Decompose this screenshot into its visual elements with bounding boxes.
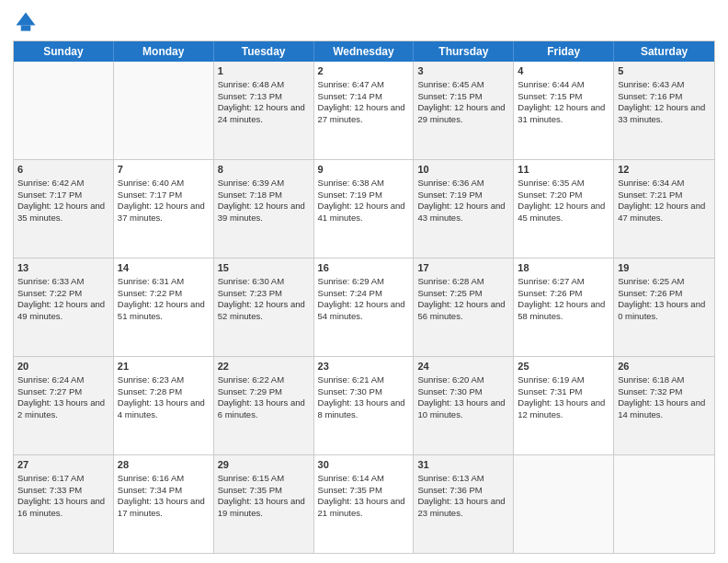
- cal-cell: 3Sunrise: 6:45 AMSunset: 7:15 PMDaylight…: [414, 62, 514, 159]
- day-number: 12: [618, 163, 711, 177]
- cal-cell: 2Sunrise: 6:47 AMSunset: 7:14 PMDaylight…: [314, 62, 415, 159]
- day-header-monday: Monday: [114, 41, 214, 62]
- sunrise-text: Sunrise: 6:47 AM: [318, 79, 384, 89]
- daylight-text: Daylight: 13 hours and 17 minutes.: [118, 496, 205, 518]
- daylight-text: Daylight: 12 hours and 56 minutes.: [417, 299, 505, 321]
- daylight-text: Daylight: 12 hours and 29 minutes.: [417, 102, 505, 124]
- cal-cell: 16Sunrise: 6:29 AMSunset: 7:24 PMDayligh…: [314, 259, 415, 356]
- cal-cell: 14Sunrise: 6:31 AMSunset: 7:22 PMDayligh…: [114, 259, 214, 356]
- day-number: 29: [218, 458, 310, 472]
- daylight-text: Daylight: 12 hours and 43 minutes.: [417, 201, 505, 223]
- day-header-friday: Friday: [514, 41, 614, 62]
- sunset-text: Sunset: 7:33 PM: [17, 485, 82, 495]
- logo-icon: [13, 9, 39, 35]
- sunset-text: Sunset: 7:18 PM: [218, 190, 282, 200]
- daylight-text: Daylight: 12 hours and 33 minutes.: [618, 102, 705, 124]
- sunset-text: Sunset: 7:26 PM: [618, 288, 682, 298]
- cal-cell: 1Sunrise: 6:48 AMSunset: 7:13 PMDaylight…: [214, 62, 314, 159]
- cal-cell: 5Sunrise: 6:43 AMSunset: 7:16 PMDaylight…: [614, 62, 714, 159]
- cal-cell: 30Sunrise: 6:14 AMSunset: 7:35 PMDayligh…: [314, 455, 415, 553]
- daylight-text: Daylight: 12 hours and 47 minutes.: [618, 201, 705, 223]
- cal-cell: 8Sunrise: 6:39 AMSunset: 7:18 PMDaylight…: [214, 160, 314, 258]
- cal-cell: 23Sunrise: 6:21 AMSunset: 7:30 PMDayligh…: [314, 357, 415, 454]
- daylight-text: Daylight: 12 hours and 58 minutes.: [518, 299, 605, 321]
- sunrise-text: Sunrise: 6:23 AM: [118, 374, 184, 385]
- cal-cell: 20Sunrise: 6:24 AMSunset: 7:27 PMDayligh…: [14, 357, 114, 454]
- sunrise-text: Sunrise: 6:31 AM: [118, 276, 184, 286]
- sunrise-text: Sunrise: 6:45 AM: [417, 79, 483, 89]
- daylight-text: Daylight: 13 hours and 21 minutes.: [318, 496, 405, 518]
- day-number: 10: [417, 163, 509, 177]
- svg-marker-0: [17, 13, 36, 26]
- cal-cell: 9Sunrise: 6:38 AMSunset: 7:19 PMDaylight…: [314, 160, 415, 258]
- daylight-text: Daylight: 13 hours and 2 minutes.: [17, 397, 105, 419]
- daylight-text: Daylight: 12 hours and 41 minutes.: [318, 201, 405, 223]
- sunset-text: Sunset: 7:35 PM: [218, 485, 282, 495]
- sunset-text: Sunset: 7:23 PM: [218, 288, 282, 298]
- cal-cell: 13Sunrise: 6:33 AMSunset: 7:22 PMDayligh…: [14, 259, 114, 356]
- sunset-text: Sunset: 7:25 PM: [417, 288, 482, 298]
- sunset-text: Sunset: 7:17 PM: [118, 190, 182, 200]
- cal-cell: 11Sunrise: 6:35 AMSunset: 7:20 PMDayligh…: [514, 160, 614, 258]
- day-number: 21: [118, 360, 210, 373]
- day-number: 17: [417, 261, 509, 275]
- cal-cell: 27Sunrise: 6:17 AMSunset: 7:33 PMDayligh…: [14, 455, 114, 553]
- sunrise-text: Sunrise: 6:48 AM: [218, 79, 284, 89]
- daylight-text: Daylight: 12 hours and 49 minutes.: [17, 299, 105, 321]
- sunrise-text: Sunrise: 6:14 AM: [318, 473, 384, 483]
- daylight-text: Daylight: 12 hours and 24 minutes.: [218, 102, 305, 124]
- calendar: SundayMondayTuesdayWednesdayThursdayFrid…: [13, 40, 715, 554]
- cal-cell: 15Sunrise: 6:30 AMSunset: 7:23 PMDayligh…: [214, 259, 314, 356]
- sunset-text: Sunset: 7:14 PM: [318, 91, 382, 101]
- cal-cell: 22Sunrise: 6:22 AMSunset: 7:29 PMDayligh…: [214, 357, 314, 454]
- daylight-text: Daylight: 13 hours and 4 minutes.: [118, 397, 205, 419]
- cal-cell: 19Sunrise: 6:25 AMSunset: 7:26 PMDayligh…: [614, 259, 714, 356]
- sunset-text: Sunset: 7:31 PM: [518, 386, 582, 396]
- sunrise-text: Sunrise: 6:35 AM: [518, 178, 584, 188]
- daylight-text: Daylight: 13 hours and 0 minutes.: [618, 299, 705, 321]
- day-header-thursday: Thursday: [414, 41, 514, 62]
- daylight-text: Daylight: 12 hours and 35 minutes.: [17, 201, 105, 223]
- cal-cell: 24Sunrise: 6:20 AMSunset: 7:30 PMDayligh…: [414, 357, 514, 454]
- daylight-text: Daylight: 13 hours and 8 minutes.: [318, 397, 405, 419]
- sunset-text: Sunset: 7:15 PM: [518, 91, 582, 101]
- sunrise-text: Sunrise: 6:34 AM: [618, 178, 684, 188]
- sunset-text: Sunset: 7:28 PM: [118, 386, 182, 396]
- header: [13, 9, 715, 35]
- day-header-saturday: Saturday: [614, 41, 714, 62]
- daylight-text: Daylight: 13 hours and 10 minutes.: [417, 397, 505, 419]
- day-number: 2: [318, 64, 410, 78]
- daylight-text: Daylight: 13 hours and 6 minutes.: [218, 397, 305, 419]
- day-number: 4: [518, 64, 609, 78]
- sunset-text: Sunset: 7:19 PM: [318, 190, 382, 200]
- cal-cell: 12Sunrise: 6:34 AMSunset: 7:21 PMDayligh…: [614, 160, 714, 258]
- cal-cell: 10Sunrise: 6:36 AMSunset: 7:19 PMDayligh…: [414, 160, 514, 258]
- page: SundayMondayTuesdayWednesdayThursdayFrid…: [0, 0, 728, 563]
- sunrise-text: Sunrise: 6:43 AM: [618, 79, 684, 89]
- day-number: 22: [218, 360, 310, 373]
- sunrise-text: Sunrise: 6:16 AM: [118, 473, 184, 483]
- sunset-text: Sunset: 7:17 PM: [17, 190, 82, 200]
- week-row-2: 6Sunrise: 6:42 AMSunset: 7:17 PMDaylight…: [14, 160, 714, 259]
- sunset-text: Sunset: 7:34 PM: [118, 485, 182, 495]
- day-number: 11: [518, 163, 609, 177]
- daylight-text: Daylight: 12 hours and 27 minutes.: [318, 102, 405, 124]
- day-number: 26: [618, 360, 711, 373]
- cal-cell: 7Sunrise: 6:40 AMSunset: 7:17 PMDaylight…: [114, 160, 214, 258]
- sunrise-text: Sunrise: 6:42 AM: [17, 178, 84, 188]
- day-number: 1: [218, 64, 310, 78]
- sunrise-text: Sunrise: 6:24 AM: [17, 374, 84, 385]
- day-number: 23: [318, 360, 410, 373]
- day-number: 9: [318, 163, 410, 177]
- cal-cell: 29Sunrise: 6:15 AMSunset: 7:35 PMDayligh…: [214, 455, 314, 553]
- sunset-text: Sunset: 7:30 PM: [417, 386, 482, 396]
- day-number: 24: [417, 360, 509, 373]
- sunrise-text: Sunrise: 6:15 AM: [218, 473, 284, 483]
- sunrise-text: Sunrise: 6:21 AM: [318, 374, 384, 385]
- day-number: 18: [518, 261, 609, 275]
- daylight-text: Daylight: 13 hours and 16 minutes.: [17, 496, 105, 518]
- cal-cell: 31Sunrise: 6:13 AMSunset: 7:36 PMDayligh…: [414, 455, 514, 553]
- cal-cell: 18Sunrise: 6:27 AMSunset: 7:26 PMDayligh…: [514, 259, 614, 356]
- daylight-text: Daylight: 12 hours and 31 minutes.: [518, 102, 605, 124]
- sunset-text: Sunset: 7:22 PM: [118, 288, 182, 298]
